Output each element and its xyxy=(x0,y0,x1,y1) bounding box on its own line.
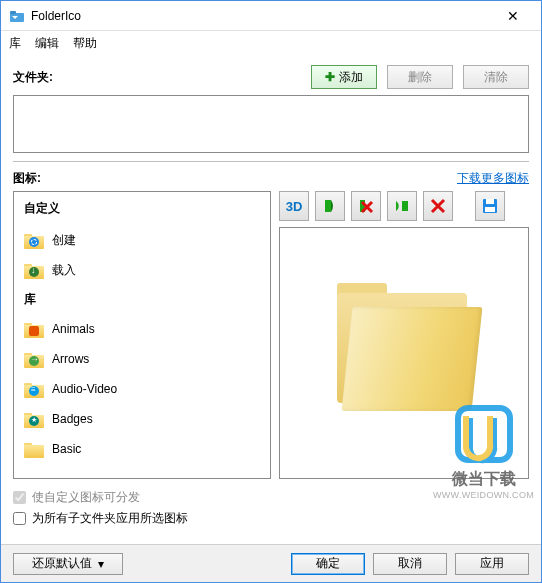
menubar: 库 编辑 帮助 xyxy=(1,31,541,55)
tree-item[interactable]: Audio-Video xyxy=(14,374,270,404)
titlebar: FolderIco ✕ xyxy=(1,1,541,31)
tree-item[interactable]: Arrows xyxy=(14,344,270,374)
clear-button[interactable]: 清除 xyxy=(463,65,529,89)
clear-button-label: 清除 xyxy=(484,69,508,86)
overlay-remove-icon xyxy=(358,198,374,214)
tree-item-label: 创建 xyxy=(52,232,76,249)
folders-label: 文件夹: xyxy=(13,69,311,86)
menu-edit[interactable]: 编辑 xyxy=(35,35,59,52)
overlay-add-icon xyxy=(322,198,338,214)
arrow-icon xyxy=(29,356,39,366)
svg-rect-5 xyxy=(485,207,495,212)
check-subfolders-label: 为所有子文件夹应用所选图标 xyxy=(32,510,188,527)
tree-item[interactable]: 创建 xyxy=(14,225,270,255)
badge-add-icon xyxy=(394,198,410,214)
app-icon xyxy=(9,8,25,24)
tool-remove-overlay[interactable] xyxy=(351,191,381,221)
folder-icon xyxy=(24,440,44,458)
svg-rect-0 xyxy=(10,13,24,22)
apply-label: 应用 xyxy=(480,555,504,572)
folder-icon xyxy=(24,380,44,398)
check-subfolders-row[interactable]: 为所有子文件夹应用所选图标 xyxy=(13,508,529,529)
bottom-bar: 还原默认值 ▾ 确定 取消 应用 xyxy=(1,544,541,582)
tree-item[interactable]: Animals xyxy=(14,314,270,344)
icons-label: 图标: xyxy=(13,170,457,187)
ok-label: 确定 xyxy=(316,555,340,572)
chevron-down-icon: ▾ xyxy=(98,557,104,571)
save-icon xyxy=(482,198,498,214)
folders-listbox[interactable] xyxy=(13,95,529,153)
tool-save[interactable] xyxy=(475,191,505,221)
apply-button[interactable]: 应用 xyxy=(455,553,529,575)
restore-defaults-dropdown[interactable]: 还原默认值 ▾ xyxy=(13,553,123,575)
tree-item-label: Basic xyxy=(52,442,81,456)
svg-rect-4 xyxy=(486,199,494,204)
tool-add-overlay[interactable] xyxy=(315,191,345,221)
cancel-label: 取消 xyxy=(398,555,422,572)
tree-item-label: Arrows xyxy=(52,352,89,366)
tool-remove-badge[interactable] xyxy=(423,191,453,221)
folder-preview-icon xyxy=(329,283,479,423)
window-title: FolderIco xyxy=(31,9,493,23)
audio-icon xyxy=(29,386,39,396)
tree-item-label: Audio-Video xyxy=(52,382,117,396)
badge-icon xyxy=(29,416,39,426)
menu-help[interactable]: 帮助 xyxy=(73,35,97,52)
divider xyxy=(13,161,529,162)
menu-library[interactable]: 库 xyxy=(9,35,21,52)
plus-icon: ✚ xyxy=(325,70,335,84)
tree-custom-header: 自定义 xyxy=(14,192,270,225)
tree-item[interactable]: 载入 xyxy=(14,255,270,285)
svg-rect-1 xyxy=(10,11,16,14)
restore-label: 还原默认值 xyxy=(32,555,92,572)
tree-item[interactable]: Badges xyxy=(14,404,270,434)
icon-preview: 微当下载 WWW.WEIDOWN.COM xyxy=(279,227,529,479)
folder-icon xyxy=(24,261,44,279)
badge-remove-icon xyxy=(430,198,446,214)
tree-item-label: 载入 xyxy=(52,262,76,279)
download-more-link[interactable]: 下载更多图标 xyxy=(457,170,529,187)
tool-3d[interactable]: 3D xyxy=(279,191,309,221)
add-button[interactable]: ✚ 添加 xyxy=(311,65,377,89)
tool-add-badge[interactable] xyxy=(387,191,417,221)
check-distributable-label: 使自定义图标可分发 xyxy=(32,489,140,506)
threeD-label: 3D xyxy=(286,199,303,214)
check-distributable xyxy=(13,491,26,504)
check-subfolders[interactable] xyxy=(13,512,26,525)
folder-icon xyxy=(24,320,44,338)
icon-toolbar: 3D xyxy=(279,191,529,221)
tree-library-header: 库 xyxy=(14,285,270,314)
folder-icon xyxy=(24,410,44,428)
folder-icon xyxy=(24,350,44,368)
folder-icon xyxy=(24,231,44,249)
svg-rect-2 xyxy=(402,201,408,211)
tree-item-label: Badges xyxy=(52,412,93,426)
delete-button-label: 删除 xyxy=(408,69,432,86)
down-icon xyxy=(29,267,39,277)
tree-item-label: Animals xyxy=(52,322,95,336)
delete-button[interactable]: 删除 xyxy=(387,65,453,89)
ok-button[interactable]: 确定 xyxy=(291,553,365,575)
close-button[interactable]: ✕ xyxy=(493,8,533,24)
check-distributable-row: 使自定义图标可分发 xyxy=(13,487,529,508)
add-button-label: 添加 xyxy=(339,69,363,86)
fox-icon xyxy=(29,326,39,336)
tree-item[interactable]: Basic xyxy=(14,434,270,464)
gear-icon xyxy=(29,237,39,247)
cancel-button[interactable]: 取消 xyxy=(373,553,447,575)
icon-tree[interactable]: 自定义 创建载入 库 AnimalsArrowsAudio-VideoBadge… xyxy=(13,191,271,479)
